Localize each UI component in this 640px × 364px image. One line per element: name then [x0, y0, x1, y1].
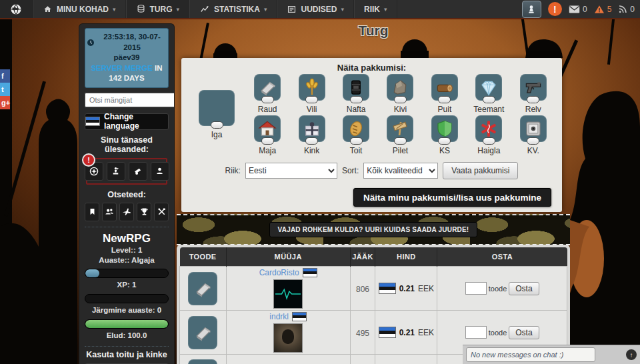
shortcut-button[interactable]	[137, 203, 151, 221]
googleplus-icon: g+	[1, 99, 10, 107]
estonia-flag-icon	[85, 117, 100, 126]
stats-icon	[199, 5, 210, 14]
plane-icon	[121, 207, 132, 217]
category-radio-kivi[interactable]	[394, 96, 407, 103]
facebook-button[interactable]: f	[0, 69, 10, 83]
feed-status[interactable]: 0	[618, 5, 635, 14]
view-offers-button[interactable]: Vaata pakkumisi	[443, 162, 518, 179]
category-label: KS	[439, 146, 450, 155]
category-radio-pilet[interactable]	[394, 137, 407, 145]
item-art-teemant	[479, 77, 499, 97]
menu-item-label: TURG	[150, 5, 173, 14]
column-header-müüja: MÜÜJA	[226, 247, 350, 267]
person-icon	[155, 166, 164, 176]
task-button[interactable]	[129, 162, 147, 181]
globe-icon	[9, 3, 23, 16]
product-tile-raud	[188, 316, 217, 349]
quantity-input[interactable]	[465, 326, 487, 339]
category-label: Iga	[211, 130, 223, 139]
task-button[interactable]	[151, 162, 169, 181]
shortcut-button[interactable]	[85, 203, 99, 221]
alert-notification[interactable]: !	[548, 2, 562, 16]
warning-status[interactable]: 5	[594, 5, 612, 14]
category-radio-nafta[interactable]	[350, 96, 363, 103]
buy-button[interactable]: Osta	[509, 326, 539, 339]
chevron-down-icon: ▾	[341, 6, 345, 13]
task-button[interactable]	[107, 162, 125, 181]
category-ks: KS	[423, 115, 467, 155]
server-merge-link[interactable]: SERVER MERGE	[91, 64, 152, 72]
item-art-kink	[302, 119, 322, 139]
quantity-input[interactable]	[465, 282, 487, 295]
category-radio-haigla[interactable]	[483, 137, 495, 145]
bookmark-icon	[88, 207, 97, 217]
buy-button[interactable]: Osta	[509, 282, 539, 295]
menu-item-statistika[interactable]: STATISTIKA▾	[189, 0, 277, 18]
category-radio-teemant[interactable]	[483, 96, 495, 103]
change-language-label: Change language	[104, 112, 168, 131]
seller-avatar[interactable]	[273, 279, 303, 309]
item-art-raud	[193, 279, 213, 299]
category-nafta: Nafta	[334, 74, 378, 114]
menu-item-minu-kohad[interactable]: MINU KOHAD▾	[33, 0, 126, 18]
menu-item-label: MINU KOHAD	[57, 5, 109, 14]
item-art-vili	[302, 77, 322, 97]
gold-notice-button[interactable]: VAJAD ROHKEM KULDA? UURI KUIDAS SAADA JU…	[269, 222, 478, 237]
seller-link[interactable]: CardoRisto	[259, 268, 299, 277]
category-label: Haigla	[477, 146, 500, 155]
statue-icon	[111, 166, 121, 176]
server-clock: 23:53:18, 30-07-2015 päev39 SERVER MERGE…	[85, 28, 169, 88]
friends-icon	[104, 207, 115, 217]
category-label: Kivi	[394, 105, 407, 114]
menu-item-turg[interactable]: TURG▾	[126, 0, 190, 18]
item-art-raud	[257, 77, 277, 97]
sort-select[interactable]: Kõik kvaliteedid	[363, 163, 438, 179]
menu-item-riik[interactable]: RIIK▾	[354, 0, 397, 18]
chat-toggle-button[interactable]: ↑	[626, 349, 637, 360]
category-radio-relv[interactable]	[527, 96, 539, 103]
warning-icon	[594, 5, 605, 14]
category-radio-kink[interactable]	[305, 137, 318, 145]
country-label: Riik:	[225, 166, 241, 175]
category-radio-toit[interactable]	[350, 137, 363, 145]
price-value: 0.21	[399, 284, 415, 293]
estonia-flag-icon	[292, 312, 307, 321]
profile-avatar[interactable]	[522, 1, 541, 18]
country-select[interactable]: Eesti	[245, 163, 337, 179]
change-language-button[interactable]: Change language	[85, 113, 169, 130]
chevron-down-icon: ▾	[177, 6, 180, 13]
category-radio-puit[interactable]	[438, 96, 451, 103]
shortcut-button[interactable]	[119, 203, 134, 221]
menu-item-label: RIIK	[364, 5, 380, 14]
category-radio-kv[interactable]	[527, 137, 539, 145]
menu-item-uudised[interactable]: UUDISED▾	[277, 0, 354, 18]
category-radio-maja[interactable]	[261, 137, 274, 145]
seller-avatar[interactable]	[273, 323, 303, 353]
category-radio-iga[interactable]	[211, 121, 223, 129]
shortcut-button[interactable]	[102, 203, 117, 221]
my-offers-button[interactable]: Näita minu pakkumisi/lisa uus pakkumine	[353, 188, 551, 207]
estonia-flag-icon	[303, 268, 317, 277]
category-vili: Vili	[289, 74, 333, 114]
category-radio-raud[interactable]	[261, 96, 274, 103]
chat-message[interactable]: No new messages on chat :)	[466, 347, 595, 362]
category-label: Kink	[304, 146, 319, 155]
shortcut-button[interactable]	[154, 203, 169, 221]
twitter-button[interactable]: t	[0, 83, 10, 96]
seller-link[interactable]: indrkl	[269, 312, 289, 321]
page-title: Turg	[177, 23, 570, 39]
googleplus-button[interactable]: g+	[0, 96, 10, 109]
player-search-input[interactable]	[85, 93, 175, 107]
divider	[85, 346, 169, 347]
item-art-kivi	[390, 77, 410, 97]
app-logo[interactable]	[0, 0, 33, 18]
divider	[85, 227, 169, 227]
column-header-osta: OSTA	[437, 247, 567, 267]
mail-status[interactable]: 0	[569, 5, 587, 14]
column-header-jääk: JÄÄK	[350, 247, 375, 267]
warning-count: 5	[607, 5, 612, 14]
item-art-nafta	[346, 77, 366, 97]
category-radio-ks[interactable]	[438, 137, 451, 145]
category-tile-iga[interactable]	[199, 90, 235, 126]
category-radio-vili[interactable]	[305, 96, 318, 103]
